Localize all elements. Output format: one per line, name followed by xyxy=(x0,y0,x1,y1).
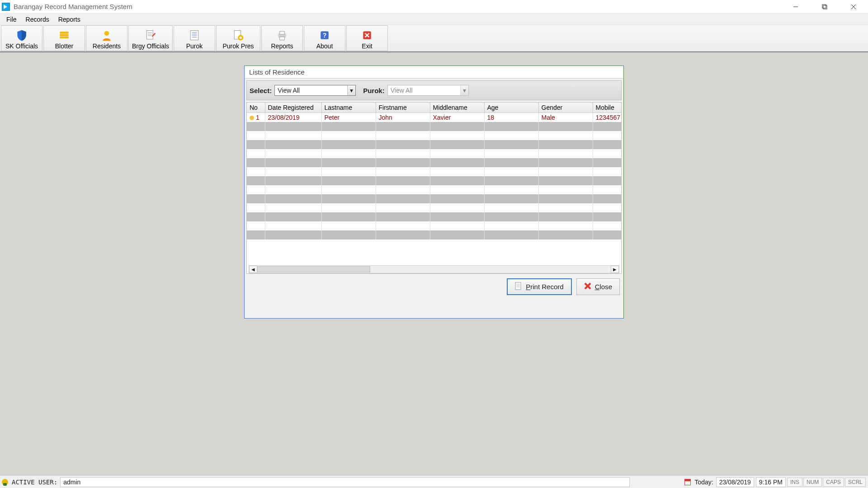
print-record-button[interactable]: Print Record xyxy=(507,278,571,295)
chevron-down-icon: ▾ xyxy=(347,85,355,95)
table-row-empty xyxy=(247,167,622,176)
close-button[interactable] xyxy=(845,0,862,13)
toolbar-blotter[interactable]: Blotter xyxy=(43,25,85,51)
svg-rect-22 xyxy=(280,31,285,34)
toolbar-label: Reports xyxy=(271,42,293,50)
toolbar-label: SK Officials xyxy=(5,42,38,50)
shield-icon xyxy=(15,29,28,42)
scroll-left-icon[interactable]: ◂ xyxy=(249,266,257,273)
menu-reports[interactable]: Reports xyxy=(54,14,85,24)
toolbar-residents[interactable]: Residents xyxy=(86,25,127,51)
row-indicator-icon xyxy=(250,116,254,120)
col-lastname[interactable]: Lastname xyxy=(321,103,376,113)
toolbar-purok-pres[interactable]: Purok Pres xyxy=(216,25,260,51)
scroll-thumb[interactable] xyxy=(257,266,370,272)
dialog-title: Lists of Residence xyxy=(245,66,623,79)
today-date: 23/08/2019 xyxy=(716,477,754,487)
svg-rect-6 xyxy=(60,34,68,36)
toolbar-brgy-officials[interactable]: Brgy Officials xyxy=(128,25,173,51)
list-icon xyxy=(188,29,201,42)
col-date-registered[interactable]: Date Registered xyxy=(265,103,321,113)
active-user-value: admin xyxy=(60,477,630,487)
svg-rect-1 xyxy=(822,5,826,8)
col-firstname[interactable]: Firstname xyxy=(376,103,430,113)
document-edit-icon xyxy=(144,29,157,42)
toolbar-label: Purok xyxy=(186,42,203,50)
svg-rect-2 xyxy=(823,5,827,9)
residence-table-wrapper: No Date Registered Lastname Firstname Mi… xyxy=(246,102,622,274)
table-row-empty xyxy=(247,221,622,230)
residence-list-dialog: Lists of Residence Select: View All ▾ Pu… xyxy=(244,66,624,319)
table-header-row: No Date Registered Lastname Firstname Mi… xyxy=(247,103,622,113)
menu-records[interactable]: Records xyxy=(21,14,54,24)
chevron-down-icon: ▾ xyxy=(460,85,468,95)
minimize-button[interactable] xyxy=(788,0,804,13)
col-middlename[interactable]: Middlename xyxy=(430,103,484,113)
table-row-empty xyxy=(247,230,622,239)
window-controls xyxy=(788,0,866,13)
residence-table: No Date Registered Lastname Firstname Mi… xyxy=(247,103,622,239)
table-row-empty xyxy=(247,185,622,194)
today-label: Today: xyxy=(693,479,715,486)
toolbar-sk-officials[interactable]: SK Officials xyxy=(1,25,42,51)
svg-rect-9 xyxy=(146,30,153,39)
close-button[interactable]: Close xyxy=(576,278,620,295)
purok-combo-value: View All xyxy=(391,87,413,94)
toolbar-label: Exit xyxy=(362,42,372,50)
svg-point-8 xyxy=(104,31,109,36)
table-row-empty xyxy=(247,149,622,158)
close-icon xyxy=(361,29,373,42)
toolbar-purok[interactable]: Purok xyxy=(174,25,215,51)
horizontal-scrollbar[interactable]: ◂ ▸ xyxy=(249,265,619,273)
select-combo[interactable]: View All ▾ xyxy=(274,85,356,96)
status-scrl: SCRL xyxy=(845,478,866,487)
dialog-footer: Print Record Close xyxy=(245,274,623,299)
toolbar-about[interactable]: ? About xyxy=(304,25,345,51)
table-row-empty xyxy=(247,212,622,221)
user-icon xyxy=(2,479,8,485)
toolbar-exit[interactable]: Exit xyxy=(346,25,388,51)
app-icon xyxy=(2,3,10,11)
table-row-empty xyxy=(247,176,622,185)
menu-bar: File Records Reports xyxy=(0,14,868,25)
print-record-label: Print Record xyxy=(526,283,563,291)
select-combo-value: View All xyxy=(278,87,300,94)
title-bar: Barangay Record Management System xyxy=(0,0,868,14)
page-icon xyxy=(515,282,522,291)
person-icon xyxy=(100,29,113,42)
purok-combo[interactable]: View All ▾ xyxy=(387,85,469,96)
select-label: Select: xyxy=(250,87,272,94)
toolbar: SK Officials Blotter Residents Brgy Offi… xyxy=(0,25,868,52)
svg-rect-23 xyxy=(280,37,285,40)
toolbar-reports[interactable]: Reports xyxy=(261,25,303,51)
stack-icon xyxy=(58,29,71,42)
table-row-empty xyxy=(247,203,622,212)
maximize-button[interactable] xyxy=(816,0,833,13)
active-user-label: ACTIVE USER: xyxy=(10,479,59,486)
status-caps: CAPS xyxy=(823,478,844,487)
toolbar-label: Brgy Officials xyxy=(132,42,169,50)
toolbar-label: Purok Pres xyxy=(222,42,254,50)
table-row-empty xyxy=(247,140,622,149)
col-age[interactable]: Age xyxy=(484,103,538,113)
purok-label: Purok: xyxy=(363,87,385,94)
toolbar-label: Residents xyxy=(93,42,121,50)
col-mobile[interactable]: Mobile xyxy=(593,103,622,113)
status-num: NUM xyxy=(803,478,822,487)
calendar-icon xyxy=(684,479,691,485)
table-row[interactable]: 123/08/2019PeterJohnXavier18Male1234567 xyxy=(247,113,622,122)
help-icon: ? xyxy=(318,29,331,42)
svg-rect-5 xyxy=(60,32,68,33)
menu-file[interactable]: File xyxy=(2,14,21,24)
gear-icon xyxy=(232,29,245,42)
col-gender[interactable]: Gender xyxy=(538,103,593,113)
table-row-empty xyxy=(247,194,622,203)
svg-rect-29 xyxy=(515,282,521,290)
x-icon xyxy=(584,282,591,291)
scroll-right-icon[interactable]: ▸ xyxy=(611,266,619,273)
window-title: Barangay Record Management System xyxy=(14,3,132,10)
col-no[interactable]: No xyxy=(247,103,265,113)
today-time: 9:16 PM xyxy=(756,477,786,487)
svg-rect-7 xyxy=(60,36,68,38)
table-body: 123/08/2019PeterJohnXavier18Male1234567 xyxy=(247,113,622,239)
